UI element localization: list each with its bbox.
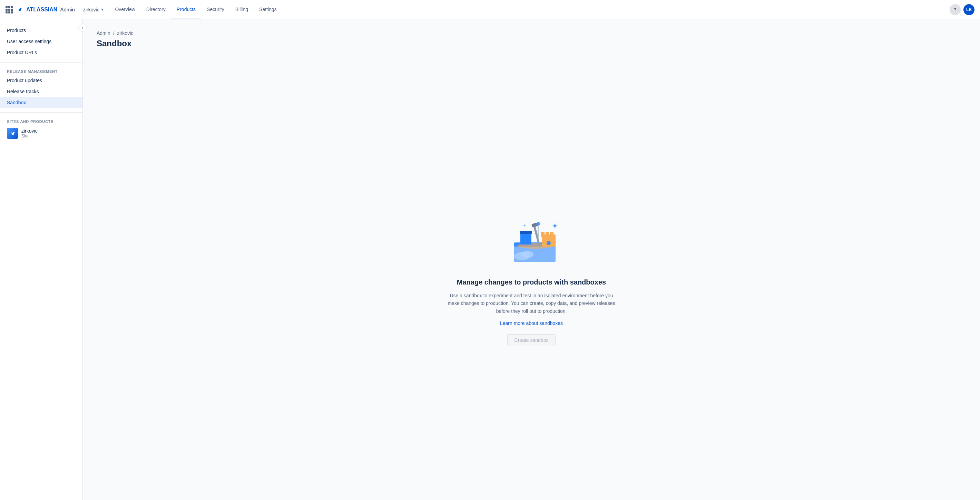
svg-rect-12 [550,232,554,237]
sidebar-item-release-tracks[interactable]: Release tracks [0,86,83,97]
topnav-right: ? LB [950,4,974,15]
sidebar-site-zirkovic[interactable]: zirkovic Site [0,125,83,142]
avatar[interactable]: LB [963,4,974,15]
sidebar-divider-1 [0,62,83,62]
nav-directory[interactable]: Directory [141,0,171,19]
page-title: Sandbox [97,39,966,48]
svg-rect-5 [520,232,531,244]
sidebar-item-product-urls[interactable]: Product URLs [0,47,83,58]
svg-rect-6 [520,231,532,234]
svg-rect-14 [538,224,539,239]
sidebar-divider-2 [0,112,83,113]
release-management-label: RELEASE MANAGEMENT [0,67,83,75]
learn-more-link[interactable]: Learn more about sandboxes [500,320,563,326]
app-switcher-icon[interactable] [6,6,13,13]
site-name: zirkovic [21,128,38,134]
content-description: Use a sandbox to experiment and test in … [445,292,618,315]
logo-area: ATLASSIAN Admin [6,6,75,14]
org-selector[interactable]: zirkovic ▼ [80,6,107,14]
content-title: Manage changes to products with sandboxe… [457,278,606,286]
sidebar-item-sandbox[interactable]: Sandbox [0,97,83,108]
sidebar-item-products[interactable]: Products [0,25,83,36]
svg-point-4 [521,251,533,258]
atlassian-logo: ATLASSIAN [16,6,57,14]
create-sandbox-button[interactable]: Create sandbox [507,334,556,346]
site-info: zirkovic Site [21,128,38,139]
nav-settings[interactable]: Settings [254,0,282,19]
sites-label: SITES AND PRODUCTS [0,117,83,125]
nav-security[interactable]: Security [201,0,230,19]
nav-links: Overview Directory Products Security Bil… [110,0,950,19]
center-content: Manage changes to products with sandboxe… [97,62,966,489]
nav-products[interactable]: Products [171,0,201,19]
svg-rect-11 [546,232,549,237]
svg-point-13 [547,241,551,245]
breadcrumb-org: zirkovic [117,30,134,36]
sandbox-illustration [497,205,566,267]
atlassian-text: ATLASSIAN [26,6,57,13]
breadcrumb-separator: / [113,30,115,36]
admin-label: Admin [60,6,75,13]
sidebar-item-product-updates[interactable]: Product updates [0,75,83,86]
svg-rect-10 [541,232,544,237]
sidebar-collapse-button[interactable]: ‹ [78,24,87,32]
nav-billing[interactable]: Billing [230,0,254,19]
help-button[interactable]: ? [950,4,961,15]
breadcrumb-admin: Admin [97,30,110,36]
main-layout: ‹ Products User access settings Product … [0,19,980,500]
sidebar-item-user-access-settings[interactable]: User access settings [0,36,83,47]
nav-overview[interactable]: Overview [110,0,140,19]
chevron-down-icon: ▼ [101,8,104,11]
top-navigation: ATLASSIAN Admin zirkovic ▼ Overview Dire… [0,0,980,19]
sidebar: ‹ Products User access settings Product … [0,19,83,500]
main-content: Admin / zirkovic Sandbox [83,19,980,500]
org-name: zirkovic [83,7,99,13]
svg-point-15 [536,222,540,225]
site-icon [7,128,18,139]
breadcrumb: Admin / zirkovic [97,30,966,36]
site-type: Site [21,134,38,139]
